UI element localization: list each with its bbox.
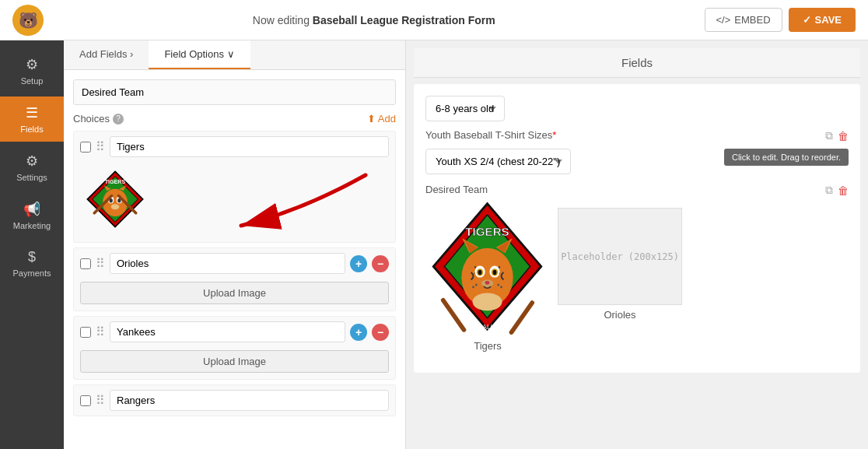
svg-text:TIGERS: TIGERS	[465, 225, 509, 238]
marketing-icon: 📢	[23, 201, 40, 218]
choice-row-orioles: ⠿ + − Upload Image	[73, 247, 396, 311]
tshirt-section: Youth Baseball T-Shirt Sizes* ⧉ 🗑 Youth …	[425, 129, 849, 174]
form-preview: 6-8 years old Youth Baseball T-Shirt Siz…	[414, 84, 860, 373]
header-actions: </> EMBED ✓ SAVE	[705, 8, 856, 32]
main-layout: ⚙ Setup ☰ Fields ⚙ Settings 📢 Marketing …	[0, 40, 868, 449]
choice-text-orioles[interactable]	[110, 253, 345, 274]
svg-point-21	[493, 270, 497, 275]
team-name-orioles: Orioles	[604, 309, 635, 321]
team-choice-tigers: TIGERS BASEBALL TEAM Tigers	[425, 208, 550, 352]
drag-handle-yankees[interactable]: ⠿	[96, 324, 105, 339]
svg-point-26	[497, 284, 499, 286]
add-choice-button[interactable]: ⬆ Add	[367, 113, 396, 125]
logo-area: 🐻	[12, 5, 44, 36]
delete-team-icon[interactable]: 🗑	[838, 184, 849, 197]
choice-text-rangers[interactable]	[110, 390, 389, 411]
choices-label: Choices ?	[73, 113, 124, 125]
age-group-dropdown[interactable]: 6-8 years old	[425, 96, 505, 121]
add-orioles-button[interactable]: +	[350, 255, 367, 272]
svg-rect-36	[509, 300, 536, 335]
left-sidebar: ⚙ Setup ☰ Fields ⚙ Settings 📢 Marketing …	[0, 40, 64, 449]
tshirt-row: Youth XS 2/4 (chest 20-22") Click to edi…	[425, 149, 849, 174]
tshirt-select-wrap: Youth XS 2/4 (chest 20-22")	[425, 149, 716, 174]
upload-image-button-yankees[interactable]: Upload Image	[80, 350, 389, 373]
svg-point-27	[500, 286, 502, 289]
upload-image-button-orioles[interactable]: Upload Image	[80, 282, 389, 304]
choice-upload-area-yankees: Upload Image	[74, 347, 395, 379]
choice-checkbox-orioles[interactable]	[80, 258, 91, 269]
orioles-placeholder: Placeholder (200x125)	[558, 208, 682, 305]
add-yankees-button[interactable]: +	[350, 324, 367, 341]
sidebar-item-setup[interactable]: ⚙ Setup	[0, 48, 64, 93]
sidebar-item-fields[interactable]: ☰ Fields	[0, 96, 64, 142]
age-group-row: 6-8 years old	[425, 96, 849, 121]
choice-image-area-tigers: TIGERS	[74, 162, 395, 242]
middle-panel: Add Fields › Field Options ∨ Choices ? ⬆…	[64, 40, 406, 449]
panel-tabs: Add Fields › Field Options ∨	[64, 40, 405, 70]
delete-field-icon[interactable]: 🗑	[838, 130, 849, 142]
required-marker: *	[552, 129, 556, 141]
fields-icon: ☰	[26, 104, 38, 121]
drag-handle-rangers[interactable]: ⠿	[96, 393, 105, 408]
save-button[interactable]: ✓ SAVE	[789, 8, 856, 32]
bear-logo-icon: 🐻	[12, 5, 44, 36]
tshirt-label: Youth Baseball T-Shirt Sizes*	[425, 129, 556, 141]
choice-row-top: ⠿	[74, 132, 395, 162]
desired-team-section: Desired Team ⧉ 🗑	[425, 184, 849, 352]
choice-text-yankees[interactable]	[110, 321, 345, 342]
right-panel: Fields 6-8 years old Youth Baseball T-Sh…	[406, 40, 868, 449]
svg-point-20	[478, 270, 482, 275]
tigers-logo-large: TIGERS BASEBALL TEAM	[425, 200, 550, 344]
choice-row-top-rangers: ⠿	[74, 385, 395, 416]
gear-icon: ⚙	[26, 56, 38, 73]
tshirt-dropdown[interactable]: Youth XS 2/4 (chest 20-22")	[425, 149, 571, 174]
sidebar-item-payments[interactable]: $ Payments	[0, 241, 64, 286]
settings-icon: ⚙	[26, 153, 38, 170]
tigers-logo-small: TIGERS	[80, 168, 150, 230]
copy-field-icon[interactable]: ⧉	[825, 129, 833, 142]
code-icon: </>	[716, 14, 731, 26]
info-icon[interactable]: ?	[113, 114, 124, 125]
choices-header: Choices ? ⬆ Add	[73, 113, 396, 125]
svg-point-24	[475, 284, 478, 286]
tab-add-fields[interactable]: Add Fields ›	[64, 40, 149, 69]
field-name-row	[73, 79, 396, 105]
choice-checkbox-rangers[interactable]	[80, 395, 91, 406]
remove-yankees-button[interactable]: −	[372, 324, 389, 341]
choice-row-rangers: ⠿	[73, 384, 396, 416]
tigers-logo-preview: TIGERS BASEBALL TEAM	[425, 208, 550, 336]
add-icon: ⬆	[367, 113, 376, 125]
svg-text:TIGERS: TIGERS	[105, 179, 126, 185]
field-name-input[interactable]	[73, 79, 396, 105]
remove-orioles-button[interactable]: −	[372, 255, 389, 272]
svg-point-32	[473, 293, 502, 311]
click-to-edit-hint: Click to edit. Drag to reorder.	[724, 149, 849, 166]
drag-handle-orioles[interactable]: ⠿	[96, 256, 105, 271]
choice-text-tigers[interactable]	[110, 136, 389, 157]
team-choices-grid: TIGERS BASEBALL TEAM Tigers	[425, 208, 849, 352]
choice-row-yankees: ⠿ + − Upload Image	[73, 316, 396, 380]
svg-point-25	[472, 286, 474, 289]
copy-team-icon[interactable]: ⧉	[825, 184, 833, 197]
sidebar-item-marketing[interactable]: 📢 Marketing	[0, 193, 64, 238]
svg-text:BASEBALL TEAM: BASEBALL TEAM	[460, 323, 514, 331]
panel-content: Choices ? ⬆ Add ⠿	[64, 70, 405, 449]
svg-point-23	[485, 281, 490, 285]
top-header: 🐻 Now editing Baseball League Registrati…	[0, 0, 868, 40]
tab-field-options[interactable]: Field Options ∨	[149, 40, 250, 69]
desired-team-label: Desired Team	[425, 184, 488, 195]
drag-handle-tigers[interactable]: ⠿	[96, 139, 105, 154]
team-name-tigers: Tigers	[474, 340, 502, 352]
payments-icon: $	[28, 249, 36, 265]
fields-title: Fields	[414, 48, 860, 78]
choice-checkbox-yankees[interactable]	[80, 327, 91, 338]
embed-button[interactable]: </> EMBED	[705, 8, 782, 32]
choice-row-top-orioles: ⠿ + −	[74, 248, 395, 279]
choice-row-tigers: ⠿	[73, 131, 396, 243]
svg-point-7	[111, 204, 120, 209]
choice-upload-area-orioles: Upload Image	[74, 279, 395, 310]
choice-row-top-yankees: ⠿ + −	[74, 317, 395, 347]
sidebar-item-settings[interactable]: ⚙ Settings	[0, 145, 64, 190]
choice-checkbox-tigers[interactable]	[80, 142, 91, 153]
check-icon: ✓	[803, 14, 811, 26]
